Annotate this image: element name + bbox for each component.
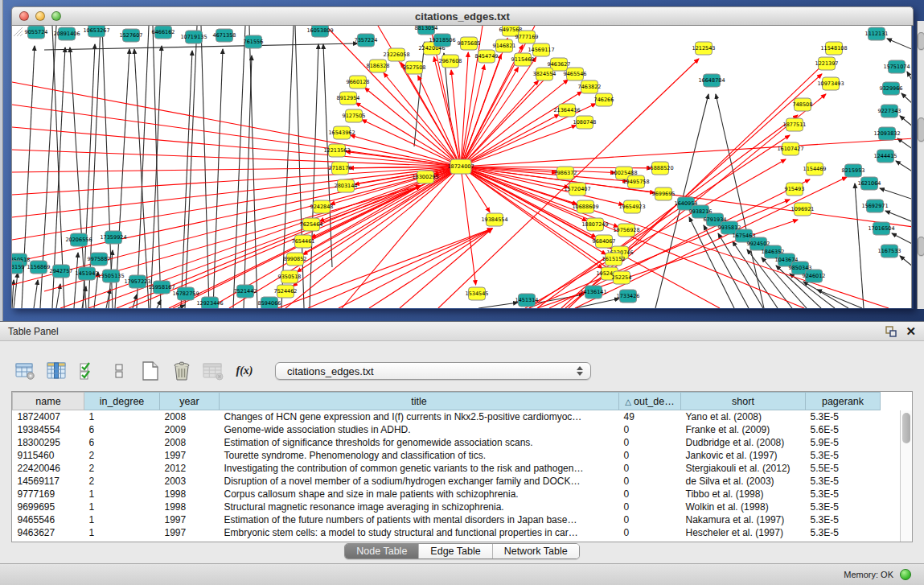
table-cell[interactable]: 1 xyxy=(84,513,160,526)
network-node[interactable]: 9350518 xyxy=(278,270,302,283)
network-edge[interactable] xyxy=(12,127,461,167)
network-node[interactable]: 7521442 xyxy=(234,285,257,298)
network-edge[interactable] xyxy=(887,39,912,50)
table-cell[interactable]: Estimation of the future numbers of pati… xyxy=(220,513,619,526)
network-edge[interactable] xyxy=(907,72,912,83)
network-edge[interactable] xyxy=(575,177,847,308)
network-node[interactable]: 8912954 xyxy=(337,92,360,105)
network-node[interactable]: 6466162 xyxy=(152,26,175,39)
network-node[interactable]: 9242848 xyxy=(310,200,334,213)
table-cell[interactable]: 5.5E-5 xyxy=(806,462,881,475)
column-header-year[interactable]: year xyxy=(160,393,220,410)
table-cell[interactable]: 6 xyxy=(84,423,160,436)
table-cell[interactable]: 0 xyxy=(619,488,681,501)
network-node[interactable]: 748508 xyxy=(793,98,813,111)
network-edge[interactable] xyxy=(897,138,912,150)
network-node[interactable]: 2718176 xyxy=(329,162,352,175)
network-node[interactable]: 9127505 xyxy=(343,109,366,122)
table-cell[interactable]: 0 xyxy=(619,423,681,436)
table-cell[interactable]: Genome-wide association studies in ADHD. xyxy=(220,423,619,436)
table-cell[interactable]: 9115460 xyxy=(13,449,84,462)
table-cell[interactable]: 9699695 xyxy=(13,501,84,513)
table-scrollbar-thumb[interactable] xyxy=(902,413,910,443)
network-edge[interactable] xyxy=(12,167,461,285)
network-node[interactable]: 8186328 xyxy=(367,60,390,72)
table-row[interactable]: 2242004622012Investigating the contribut… xyxy=(13,462,901,475)
network-node[interactable]: 1527607 xyxy=(120,29,143,42)
table-cell[interactable]: 5.3E-5 xyxy=(806,475,881,488)
network-edge[interactable] xyxy=(12,105,461,167)
table-cell[interactable]: 49 xyxy=(619,410,681,423)
table-options-icon[interactable] xyxy=(14,360,35,381)
network-node[interactable]: 9055724 xyxy=(25,26,48,39)
network-node[interactable]: 1733426 xyxy=(617,290,640,303)
table-cell[interactable]: Hescheler et al. (1997) xyxy=(681,526,806,539)
network-edge[interactable] xyxy=(74,253,78,308)
network-node[interactable]: 13505135 xyxy=(97,270,124,282)
network-node[interactable]: 12923446 xyxy=(196,297,223,308)
resize-grip[interactable] xyxy=(12,26,23,37)
table-cell[interactable]: Changes of HCN gene expression and I(f) … xyxy=(220,410,619,423)
network-node[interactable]: 1156869 xyxy=(27,261,51,274)
network-edge[interactable] xyxy=(461,57,536,167)
tab-network-table[interactable]: Network Table xyxy=(493,544,579,558)
table-row[interactable]: 911546021997Tourette syndrome. Phenomeno… xyxy=(13,449,901,462)
table-cell[interactable]: 1997 xyxy=(160,513,220,526)
network-edge[interactable] xyxy=(529,135,790,308)
network-node[interactable]: 9246012 xyxy=(803,270,826,282)
network-node[interactable]: 9777169 xyxy=(515,31,539,43)
network-node[interactable]: 1451943 xyxy=(76,267,99,280)
table-row[interactable]: 946554611997Estimation of the future num… xyxy=(13,513,901,526)
network-edge[interactable] xyxy=(461,92,582,167)
table-cell[interactable]: 0 xyxy=(619,475,681,488)
network-node[interactable]: 3824554 xyxy=(533,68,556,80)
network-node[interactable]: 1621064 xyxy=(858,177,881,190)
network-node[interactable]: 15751074 xyxy=(883,60,910,73)
network-node[interactable]: 1615152 xyxy=(602,253,626,266)
table-cell[interactable]: Estimation of significance thresholds fo… xyxy=(220,436,619,449)
network-node[interactable]: 10653267 xyxy=(83,26,109,37)
table-cell[interactable]: 0 xyxy=(619,513,681,526)
table-cell[interactable]: 0 xyxy=(619,501,681,513)
table-cell[interactable]: 5.3E-5 xyxy=(806,449,881,462)
table-cell[interactable]: 9777169 xyxy=(13,488,84,501)
network-node[interactable]: 1877511 xyxy=(783,118,807,131)
network-node[interactable]: 8594066 xyxy=(258,297,281,308)
network-node[interactable]: 7357224 xyxy=(355,34,378,47)
column-header-out_de…[interactable]: △out_de… xyxy=(619,393,681,410)
table-cell[interactable]: 5.3E-5 xyxy=(806,488,881,501)
table-row[interactable]: 946362711997Embryonic stem cells: a mode… xyxy=(13,526,901,539)
network-node[interactable]: 23226058 xyxy=(383,48,409,61)
network-edge[interactable] xyxy=(880,188,912,200)
network-edge[interactable] xyxy=(900,116,912,127)
network-canvas[interactable]: 9660128891295491275051654396212213563271… xyxy=(11,26,912,308)
network-edge[interactable] xyxy=(461,167,627,181)
column-header-short[interactable]: short xyxy=(681,393,806,410)
table-cell[interactable]: 1 xyxy=(84,410,160,423)
network-node[interactable]: 9146821 xyxy=(493,39,516,52)
table-cell[interactable]: 9463627 xyxy=(13,526,84,539)
network-node[interactable]: 10973493 xyxy=(817,77,844,90)
network-node[interactable]: 16648784 xyxy=(698,74,725,87)
table-cell[interactable]: Stergiakouli et al. (2012) xyxy=(681,462,806,475)
network-edge[interactable] xyxy=(233,26,245,308)
network-node[interactable]: 8990852 xyxy=(284,253,307,266)
network-graph[interactable]: 9660128891295491275051654396212213563271… xyxy=(12,26,912,308)
network-node[interactable]: 9329966 xyxy=(880,82,903,95)
network-node[interactable]: 15692971 xyxy=(861,200,888,212)
network-node[interactable]: 1212543 xyxy=(692,42,716,55)
network-node[interactable]: 16543962 xyxy=(328,126,355,139)
network-node[interactable]: 14569117 xyxy=(528,43,554,56)
table-cell[interactable]: 0 xyxy=(619,526,681,539)
table-cell[interactable]: Dudbridge et al. (2008) xyxy=(681,436,806,449)
network-node[interactable]: 4671358 xyxy=(213,29,236,42)
network-node[interactable]: 393159 xyxy=(12,261,24,274)
network-node[interactable]: 7463822 xyxy=(578,80,602,93)
table-scrollbar[interactable] xyxy=(900,410,912,542)
table-cell[interactable]: 19384554 xyxy=(13,423,84,436)
network-node[interactable]: 16053809 xyxy=(306,26,333,37)
table-cell[interactable]: Tourette syndrome. Phenomenology and cla… xyxy=(220,449,619,462)
memory-status-led[interactable] xyxy=(900,569,911,580)
network-edge[interactable] xyxy=(12,82,461,167)
network-edge[interactable] xyxy=(44,43,358,50)
